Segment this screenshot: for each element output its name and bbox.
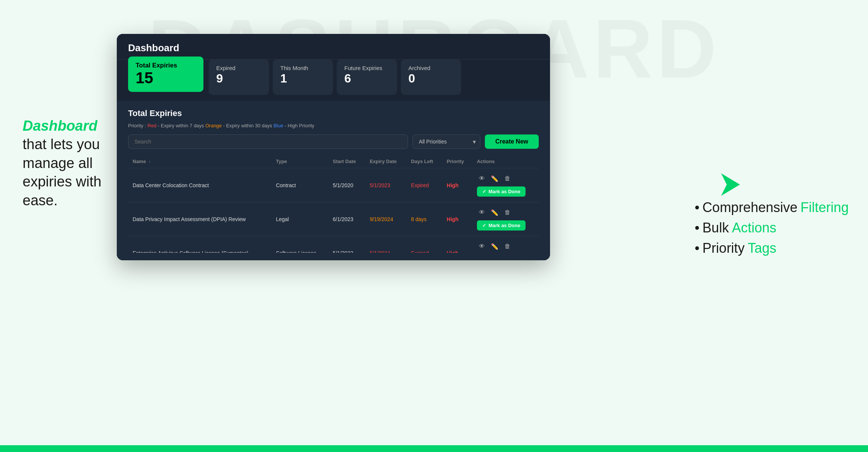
bullet-actions: Bulk Actions <box>695 220 838 236</box>
bullet-filtering: Comprehensive Filtering <box>695 200 838 215</box>
filter-row: All Priorities High Medium Low Create Ne… <box>128 134 539 149</box>
cell-name: Data Center Colocation Contract <box>128 168 271 202</box>
stat-archived-value: 0 <box>408 71 454 86</box>
stat-future-value: 6 <box>344 71 390 86</box>
table-header: Name ↑ Type Start Date Expiry Date Days … <box>128 155 539 168</box>
table-row: Data Center Colocation Contract Contract… <box>128 168 539 202</box>
stats-row: Total Expiries 15 Expired 9 This Month 1… <box>117 60 550 101</box>
stat-future-label: Future Expiries <box>344 65 390 71</box>
cell-start-date: 6/1/2023 <box>328 202 365 236</box>
cell-expiry-date: 5/1/2023 <box>365 168 406 202</box>
col-start-date: Start Date <box>328 155 365 168</box>
actions-cell: 👁 ✏️ 🗑 Mark as Done <box>477 241 534 253</box>
bullet-tags: Priority Tags <box>695 240 838 256</box>
priority-label: Priority : <box>128 123 147 128</box>
cell-type: Contract <box>271 168 328 202</box>
priority-blue-desc: - High Priority <box>285 123 315 128</box>
priority-select[interactable]: All Priorities High Medium Low <box>413 134 480 149</box>
bullet-filtering-green: Filtering <box>801 200 849 215</box>
table-section: Total Expiries Priority : Red - Expiry w… <box>117 101 550 260</box>
stat-archived-card: Archived 0 <box>401 60 461 95</box>
stat-expired-label: Expired <box>216 65 261 71</box>
priority-orange-label: Orange <box>205 123 222 128</box>
priority-red-label: Red <box>147 123 156 128</box>
data-table: Name ↑ Type Start Date Expiry Date Days … <box>128 155 539 253</box>
stat-this-month-value: 1 <box>280 71 326 86</box>
cell-priority: High <box>442 236 472 253</box>
view-icon[interactable]: 👁 <box>477 208 487 217</box>
delete-icon[interactable]: 🗑 <box>503 174 512 183</box>
table-header-row: Name ↑ Type Start Date Expiry Date Days … <box>128 155 539 168</box>
dashboard-panel: Dashboard Total Expiries 15 Expired 9 Th… <box>117 34 550 260</box>
table-row: Data Privacy Impact Assessment (DPIA) Re… <box>128 202 539 236</box>
cell-start-date: 5/1/2023 <box>328 236 365 253</box>
priority-blue-label: Blue <box>274 123 283 128</box>
cell-actions: 👁 ✏️ 🗑 Mark as Done <box>472 236 539 253</box>
cell-type: Software License <box>271 236 328 253</box>
cell-priority: High <box>442 202 472 236</box>
table-body: Data Center Colocation Contract Contract… <box>128 168 539 253</box>
cell-name: Data Privacy Impact Assessment (DPIA) Re… <box>128 202 271 236</box>
stat-expired-value: 9 <box>216 71 261 86</box>
table-wrapper: Name ↑ Type Start Date Expiry Date Days … <box>128 155 539 253</box>
actions-cell: 👁 ✏️ 🗑 Mark as Done <box>477 208 534 231</box>
panel-title: Dashboard <box>128 42 539 54</box>
section-title: Total Expiries <box>128 108 539 118</box>
left-description-text: that lets you manage all expiries with e… <box>23 136 101 208</box>
cell-days-left: 8 days <box>406 202 442 236</box>
bullet-tags-green: Tags <box>748 240 776 256</box>
col-expiry-date: Expiry Date <box>365 155 406 168</box>
bullet-tags-prefix: Priority <box>703 240 745 256</box>
edit-icon[interactable]: ✏️ <box>490 241 500 251</box>
cell-days-left: Expired <box>406 168 442 202</box>
cell-expiry-date: 5/1/2024 <box>365 236 406 253</box>
actions-cell: 👁 ✏️ 🗑 Mark as Done <box>477 174 534 197</box>
edit-icon[interactable]: ✏️ <box>490 174 500 183</box>
left-description: Dashboard that lets you manage all expir… <box>23 117 121 210</box>
bottom-bar <box>0 445 868 452</box>
action-icons: 👁 ✏️ 🗑 <box>477 208 512 217</box>
stat-expired-card: Expired 9 <box>209 60 269 95</box>
cell-actions: 👁 ✏️ 🗑 Mark as Done <box>472 202 539 236</box>
stat-this-month-card: This Month 1 <box>273 60 333 95</box>
search-input[interactable] <box>128 134 408 149</box>
mark-done-button[interactable]: Mark as Done <box>477 220 526 231</box>
mark-done-button[interactable]: Mark as Done <box>477 186 526 197</box>
panel-header: Dashboard <box>117 34 550 60</box>
stat-this-month-label: This Month <box>280 65 326 71</box>
stat-archived-label: Archived <box>408 65 454 71</box>
bullet-actions-prefix: Bulk <box>703 220 729 236</box>
cell-name: Enterprise Antivirus Software License (S… <box>128 236 271 253</box>
green-arrow-icon <box>721 170 751 200</box>
table-row: Enterprise Antivirus Software License (S… <box>128 236 539 253</box>
bullet-filtering-prefix: Comprehensive <box>703 200 798 215</box>
priority-legend: Priority : Red - Expiry within 7 days Or… <box>128 123 539 128</box>
cell-expiry-date: 9/19/2024 <box>365 202 406 236</box>
view-icon[interactable]: 👁 <box>477 174 487 183</box>
edit-icon[interactable]: ✏️ <box>490 208 500 217</box>
svg-marker-0 <box>721 173 740 196</box>
col-type: Type <box>271 155 328 168</box>
stat-total-label: Total Expiries <box>136 62 196 69</box>
col-days-left: Days Left <box>406 155 442 168</box>
dashboard-italic-text: Dashboard <box>23 118 97 134</box>
col-actions: Actions <box>472 155 539 168</box>
create-new-button[interactable]: Create New <box>485 134 539 149</box>
cell-type: Legal <box>271 202 328 236</box>
action-icons: 👁 ✏️ 🗑 <box>477 241 512 251</box>
stat-total-value: 15 <box>136 69 196 87</box>
delete-icon[interactable]: 🗑 <box>503 208 512 217</box>
action-icons: 👁 ✏️ 🗑 <box>477 174 512 183</box>
delete-icon[interactable]: 🗑 <box>503 241 512 251</box>
cell-days-left: Expired <box>406 236 442 253</box>
priority-red-desc: - Expiry within 7 days <box>158 123 205 128</box>
col-priority: Priority <box>442 155 472 168</box>
stat-total-card: Total Expiries 15 <box>128 56 203 92</box>
col-name: Name ↑ <box>128 155 271 168</box>
right-bullets: Comprehensive Filtering Bulk Actions Pri… <box>695 200 838 261</box>
bullet-actions-green: Actions <box>732 220 776 236</box>
stat-future-card: Future Expiries 6 <box>337 60 397 95</box>
sort-arrow-icon: ↑ <box>149 159 151 164</box>
view-icon[interactable]: 👁 <box>477 241 487 251</box>
priority-orange-desc: - Expiry within 30 days <box>223 123 274 128</box>
